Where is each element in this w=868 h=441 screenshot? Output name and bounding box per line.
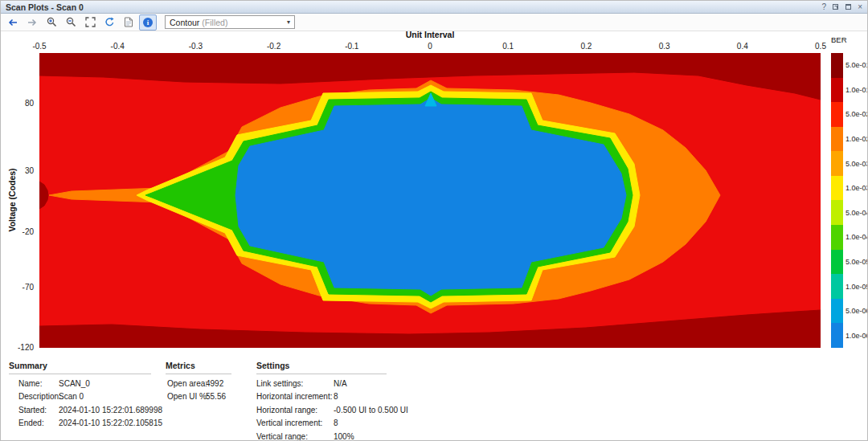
plot-type-select[interactable]: Contour (Filled) ▾ bbox=[165, 15, 295, 29]
maximize-button[interactable] bbox=[845, 3, 852, 10]
x-tick-label: -0.2 bbox=[267, 42, 280, 51]
ber-colorbar-labels: 5.0e-011.0e-015.0e-021.0e-025.0e-031.0e-… bbox=[845, 53, 868, 348]
colorbar-level-label: 5.0e-05 bbox=[845, 258, 868, 266]
y-tick-label: -20 bbox=[23, 227, 34, 236]
row-value: Scan 0 bbox=[59, 392, 84, 401]
row-value: 2024-01-10 15:22:01.689998 bbox=[59, 406, 162, 414]
colorbar-band bbox=[831, 176, 843, 201]
colorbar-level-label: 5.0e-03 bbox=[845, 160, 868, 168]
row-value: -0.500 UI to 0.500 UI bbox=[334, 406, 408, 414]
colorbar-level-label: 5.0e-06 bbox=[845, 307, 868, 315]
y-tick-label: -70 bbox=[23, 283, 34, 292]
colorbar-band bbox=[831, 323, 843, 348]
row-value: 2024-01-10 15:22:02.105815 bbox=[59, 419, 162, 427]
y-tick-label: 30 bbox=[25, 166, 34, 175]
colorbar-level-label: 1.0e-05 bbox=[845, 283, 868, 291]
x-tick-label: 0.4 bbox=[737, 42, 748, 51]
panel-settings: SettingsLink settings:N/AHorizontal incr… bbox=[256, 357, 387, 441]
colorbar-band bbox=[831, 151, 843, 176]
row-value: N/A bbox=[334, 379, 347, 388]
panel-title: Summary bbox=[9, 361, 151, 374]
report-button[interactable] bbox=[120, 14, 137, 31]
help-button[interactable]: ? bbox=[822, 3, 827, 11]
ber-colorbar bbox=[831, 53, 843, 348]
window-controls: ? × bbox=[822, 3, 862, 11]
row-label: Description: bbox=[18, 392, 59, 401]
panel-row: Description:Scan 0 bbox=[9, 392, 151, 401]
zoom-out-icon bbox=[66, 17, 76, 27]
x-tick-label: 0.3 bbox=[659, 42, 670, 51]
row-label: Open area: bbox=[167, 379, 206, 388]
plot-toolbar: i Contour (Filled) ▾ bbox=[1, 14, 867, 31]
panel-row: Name:SCAN_0 bbox=[9, 379, 151, 388]
panel-title: Metrics bbox=[166, 361, 231, 374]
zoom-fit-button[interactable] bbox=[81, 14, 99, 31]
row-value: 4992 bbox=[206, 379, 223, 388]
colorbar-band bbox=[831, 274, 843, 299]
report-page-icon bbox=[124, 17, 133, 27]
scan-plots-window: Scan Plots - Scan 0 ? × bbox=[0, 0, 868, 441]
panel-row: Link settings:N/A bbox=[256, 379, 387, 388]
row-value: 100% bbox=[334, 432, 354, 441]
panel-row: Open UI %:55.56 bbox=[166, 392, 231, 401]
chevron-down-icon: ▾ bbox=[287, 18, 290, 26]
details-panels: SummaryName:SCAN_0Description:Scan 0Star… bbox=[1, 357, 867, 440]
panel-title: Settings bbox=[256, 361, 387, 374]
x-tick-label: -0.1 bbox=[345, 42, 358, 51]
panel-metrics: MetricsOpen area:4992Open UI %:55.56 bbox=[166, 357, 231, 401]
row-label: Started: bbox=[18, 406, 59, 414]
row-label: Ended: bbox=[18, 419, 59, 427]
row-label: Vertical increment: bbox=[256, 419, 334, 427]
plot-type-value: Contour bbox=[170, 18, 199, 27]
colorbar-band bbox=[831, 127, 843, 152]
panel-row: Open area:4992 bbox=[166, 379, 231, 388]
y-tick-label: -120 bbox=[18, 342, 34, 351]
x-tick-label: 0.1 bbox=[502, 42, 514, 51]
zoom-in-icon bbox=[47, 17, 57, 27]
panel-summary: SummaryName:SCAN_0Description:Scan 0Star… bbox=[9, 357, 151, 427]
panel-row: Ended:2024-01-10 15:22:02.105815 bbox=[9, 419, 151, 427]
refresh-icon bbox=[104, 17, 115, 27]
colorbar-level-label: 5.0e-04 bbox=[845, 209, 868, 217]
x-tick-label: -0.3 bbox=[189, 42, 203, 51]
x-tick-label: 0.5 bbox=[815, 42, 826, 51]
colorbar-band bbox=[831, 299, 843, 324]
colorbar-level-label: 5.0e-02 bbox=[845, 110, 868, 118]
x-axis-title: Unit Interval bbox=[350, 30, 510, 39]
float-window-icon bbox=[832, 3, 839, 10]
float-window-button[interactable] bbox=[832, 3, 839, 10]
y-tick-label: 80 bbox=[25, 99, 34, 108]
colorbar-level-label: 1.0e-01 bbox=[845, 86, 868, 94]
row-value: SCAN_0 bbox=[59, 379, 90, 388]
zoom-out-button[interactable] bbox=[62, 14, 80, 31]
panel-row: Horizontal range:-0.500 UI to 0.500 UI bbox=[256, 406, 387, 414]
x-axis-ticks: -0.5-0.4-0.3-0.2-0.100.10.20.30.40.5 bbox=[1, 42, 868, 51]
row-value: 8 bbox=[334, 392, 338, 401]
maximize-icon bbox=[845, 3, 852, 10]
colorbar-level-label: 1.0e-02 bbox=[845, 135, 868, 143]
close-button[interactable]: × bbox=[858, 3, 862, 11]
colorbar-band bbox=[831, 200, 843, 225]
row-value: 55.56 bbox=[206, 392, 226, 401]
x-tick-label: 0 bbox=[428, 42, 432, 51]
info-button[interactable]: i bbox=[139, 14, 157, 31]
row-label: Link settings: bbox=[256, 379, 334, 388]
row-label: Vertical range: bbox=[256, 432, 334, 441]
row-label: Open UI %: bbox=[167, 392, 206, 401]
panel-row: Vertical increment:8 bbox=[256, 419, 387, 427]
colorbar-level-label: 1.0e-04 bbox=[845, 233, 868, 241]
colorbar-level-label: 5.0e-01 bbox=[845, 61, 868, 69]
panel-row: Vertical range:100% bbox=[256, 432, 387, 441]
colorbar-level-label: 1.0e-06 bbox=[845, 332, 868, 340]
colorbar-band bbox=[831, 225, 843, 250]
refresh-button[interactable] bbox=[100, 14, 118, 31]
row-label: Horizontal range: bbox=[256, 406, 334, 414]
info-icon: i bbox=[143, 18, 153, 27]
zoom-in-button[interactable] bbox=[43, 14, 60, 31]
zoom-fit-icon bbox=[85, 17, 96, 27]
plot-type-suffix: (Filled) bbox=[202, 18, 227, 27]
eye-scan-contour-plot[interactable] bbox=[39, 53, 821, 348]
colorbar-level-label: 1.0e-03 bbox=[845, 184, 868, 192]
row-value: 8 bbox=[334, 419, 338, 427]
x-tick-label: 0.2 bbox=[580, 42, 592, 51]
